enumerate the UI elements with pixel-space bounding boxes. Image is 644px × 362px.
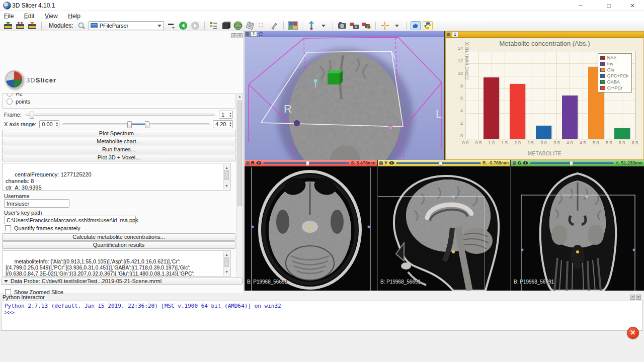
slice-image-coronal[interactable] — [511, 167, 644, 291]
slice-bar-green[interactable]: G A: 51.233mm — [511, 160, 644, 166]
close-button[interactable]: × — [621, 0, 644, 11]
frame-slider-handle[interactable] — [30, 112, 34, 119]
slice-image-sagittal[interactable] — [378, 167, 510, 291]
xaxis-max-spinbox[interactable]: 4.20▲▼ — [213, 120, 233, 128]
pin-icon[interactable] — [513, 161, 516, 165]
radio-icon[interactable] — [7, 99, 13, 105]
module-search-icon[interactable] — [76, 21, 87, 30]
frame-slider[interactable] — [26, 114, 215, 116]
module-tree-icon[interactable] — [209, 21, 219, 30]
scene-view-restore-icon[interactable] — [361, 21, 371, 30]
radio-icon[interactable] — [7, 93, 13, 97]
xaxis-range-slider[interactable] — [62, 123, 210, 125]
mouse-mode-icon[interactable] — [306, 21, 316, 30]
slice-offset-slider[interactable] — [263, 161, 350, 165]
minimize-button[interactable]: – — [569, 0, 592, 11]
threed-view-bar[interactable]: 1 — [245, 31, 444, 37]
layout-icon[interactable] — [288, 21, 298, 30]
crosshair-icon[interactable] — [380, 21, 390, 30]
tables-icon[interactable] — [245, 21, 255, 30]
pin-icon[interactable] — [246, 32, 249, 36]
textarea-scrollbar[interactable]: ▲▼ — [223, 164, 230, 190]
username-input[interactable]: fmrsiuser — [4, 199, 69, 208]
module-history-icon[interactable] — [166, 21, 176, 30]
threed-view[interactable]: S R L 1 — [245, 31, 444, 160]
chart-view-bar[interactable]: 1 — [446, 32, 643, 38]
calculate-concentrations-button[interactable]: Calculate metabolite concentrations... — [2, 233, 235, 241]
dicom-icon[interactable] — [15, 21, 25, 30]
chart-view[interactable]: 1 Metabolite concentration (Abs.) CONC (… — [445, 31, 644, 160]
quantification-results-button[interactable]: Quantification results — [2, 241, 235, 249]
run-frames-button[interactable]: Run frames... — [2, 146, 235, 153]
python-prompt: >>> — [5, 309, 639, 316]
textarea-scrollbar[interactable]: ▲▼ — [223, 251, 230, 276]
pin-icon[interactable] — [447, 33, 450, 36]
slicer-logo — [5, 70, 23, 88]
slider-handle[interactable] — [439, 161, 442, 166]
close-panel-icon[interactable]: ✕ — [237, 33, 243, 38]
view-tab-number: 1 — [452, 32, 458, 37]
radio-points[interactable]: points — [3, 98, 235, 106]
slice-bar-yellow[interactable]: Y R: -0.768mm — [378, 160, 510, 166]
panel-scrollbar[interactable]: ▲ ▼ — [236, 93, 243, 283]
data-probe-header[interactable]: Data Probe: C:/dev/0.test/slicerTest...2… — [1, 278, 243, 285]
frame-spinbox[interactable]: 1▲▼ — [219, 111, 233, 119]
keypath-input[interactable]: C:\Users\FranciscoMarcano\.ssh\fmrsiuser… — [4, 216, 136, 224]
scene-view-icon[interactable] — [349, 21, 359, 30]
slice-view-yellow[interactable]: B: P19968_56691 — [378, 161, 510, 291]
menu-view[interactable]: View — [41, 12, 62, 21]
slice-image-axial[interactable] — [245, 167, 377, 291]
maximize-button[interactable]: □ — [597, 0, 620, 11]
model-sphere-icon[interactable] — [233, 21, 243, 30]
markup-pen-icon[interactable] — [269, 21, 279, 30]
back-icon[interactable] — [178, 21, 188, 30]
plot-spectrum-button[interactable]: Plot Spectrum... — [2, 130, 235, 137]
menu-file[interactable]: File — [0, 12, 18, 21]
eye-icon[interactable] — [256, 161, 262, 165]
eye-icon[interactable] — [389, 161, 394, 165]
extensions-icon[interactable] — [411, 21, 421, 30]
python-console[interactable]: Python 2.7.13 (default, Jan 15 2019, 22:… — [1, 301, 643, 331]
eye-icon[interactable] — [523, 161, 528, 165]
slice-offset-slider[interactable] — [530, 161, 614, 165]
forward-icon[interactable] — [190, 21, 200, 30]
metabolite-info-textarea[interactable]: metaboliteInfo: {'Ala':[(0.913,1.55,0.10… — [2, 250, 231, 277]
quantify-checkbox-row[interactable]: Quantify frames separately — [5, 225, 80, 231]
range-handle-max[interactable] — [145, 121, 149, 128]
save-icon[interactable] — [27, 21, 37, 30]
xaxis-min-spinbox[interactable]: 0.00▲▼ — [39, 120, 59, 128]
header-info-textarea[interactable]: centralFrequency: 1277125220 channels: 8… — [2, 163, 231, 191]
undock-panel-icon[interactable]: ↗ — [231, 33, 236, 38]
close-console-icon[interactable]: ✕ — [636, 295, 641, 300]
slice-offset-slider[interactable] — [396, 161, 481, 165]
pin-icon[interactable] — [246, 161, 250, 165]
pin-icon[interactable] — [379, 161, 383, 165]
python-console-icon[interactable] — [423, 21, 433, 30]
gear-icon[interactable] — [259, 32, 263, 36]
screenshot-icon[interactable] — [337, 21, 347, 30]
chevron-down-icon[interactable] — [392, 21, 402, 30]
undock-console-icon[interactable]: ↗ — [630, 295, 635, 300]
load-data-icon[interactable] — [3, 21, 13, 30]
slice-view-red[interactable]: B: P19968_56691 — [245, 161, 377, 291]
range-handle-min[interactable] — [127, 121, 132, 128]
menu-help[interactable]: Help — [64, 12, 85, 21]
radio-hz[interactable]: Hz — [3, 93, 235, 98]
scroll-up-icon[interactable]: ▲ — [238, 95, 242, 99]
title-bar[interactable]: 3D Slicer 4.10.1 – □ × — [0, 0, 644, 11]
volume-cube-icon[interactable] — [221, 21, 231, 30]
chevron-down-icon[interactable] — [318, 21, 329, 30]
scrollbar-thumb[interactable] — [237, 101, 242, 206]
modules-combobox[interactable]: PFileParser — [89, 21, 164, 30]
plot-3d-voxel-button[interactable]: Plot 3D + Voxel... — [2, 154, 235, 161]
slice-bar-red[interactable]: R S: 6.478mm — [245, 160, 377, 166]
menu-edit[interactable]: Edit — [20, 12, 39, 21]
slice-view-green[interactable]: B: P19968_56691 — [511, 161, 644, 291]
slice-letter: G — [518, 160, 521, 165]
fiducials-icon[interactable]: **** — [257, 21, 267, 30]
checkbox-icon[interactable] — [5, 225, 11, 231]
metabolite-chart-button[interactable]: Metabolite chart... — [2, 138, 235, 145]
slider-handle[interactable] — [306, 161, 309, 166]
dismiss-error-button[interactable]: ✕ — [627, 327, 639, 339]
slider-handle[interactable] — [570, 161, 573, 166]
